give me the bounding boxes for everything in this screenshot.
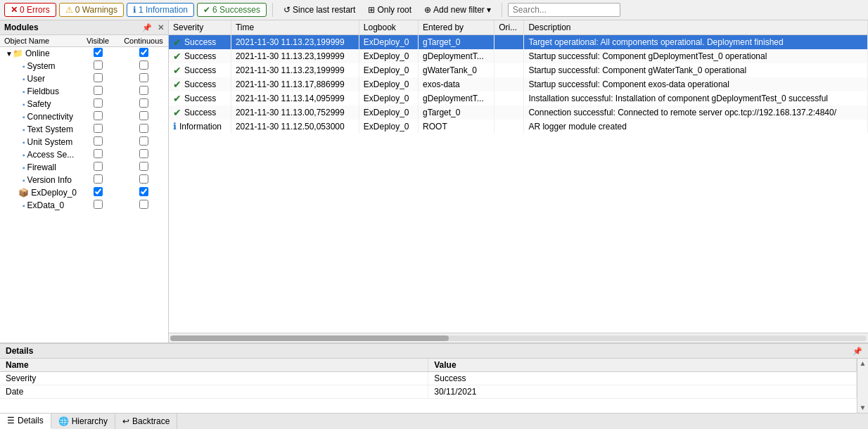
horizontal-scrollbar[interactable] xyxy=(169,333,868,342)
continuous-checkbox[interactable] xyxy=(139,124,148,133)
scroll-down-arrow[interactable]: ▼ xyxy=(860,404,867,411)
col-object-name: Object Name xyxy=(0,37,77,45)
success-icon: ✔ xyxy=(173,93,181,104)
visible-checkbox[interactable] xyxy=(94,200,103,209)
info-filter-button[interactable]: ℹ 1 Information xyxy=(127,3,194,17)
tree-item-label: ▪ Safety xyxy=(0,99,77,109)
details-header: Details 📌 xyxy=(0,344,868,359)
visible-checkbox[interactable] xyxy=(94,48,103,57)
sidebar-item-connectivity[interactable]: ▪ Connectivity xyxy=(0,110,168,123)
sidebar-item-unit-system[interactable]: ▪ Unit System xyxy=(0,136,168,148)
scroll-up-arrow[interactable]: ▲ xyxy=(860,360,867,367)
continuous-checkbox[interactable] xyxy=(139,98,148,108)
log-col-time[interactable]: Time xyxy=(231,20,359,35)
bottom-tab-backtrace[interactable]: ↩ Backtrace xyxy=(115,414,177,429)
entered-by-cell: exos-data xyxy=(419,77,494,91)
log-row[interactable]: ✔ Success2021-11-30 11.13.23,199999ExDep… xyxy=(169,63,868,77)
continuous-checkbox[interactable] xyxy=(139,174,148,184)
continuous-checkbox[interactable] xyxy=(139,111,148,120)
root-icon: ⊞ xyxy=(368,5,375,15)
severity-icon-label: ✔ Success xyxy=(173,107,216,118)
log-col-description[interactable]: Description xyxy=(524,20,868,35)
sidebar-item-safety[interactable]: ▪ Safety xyxy=(0,98,168,110)
pin-icon[interactable]: 📌 xyxy=(142,23,152,32)
sidebar-item-text-system[interactable]: ▪ Text System xyxy=(0,123,168,136)
backtrace-tab-icon: ↩ xyxy=(122,416,129,426)
time-cell: 2021-11-30 11.13.17,886999 xyxy=(231,77,359,91)
detail-name: Severity xyxy=(0,372,428,385)
sidebar-item-exdeploy-0[interactable]: 📦 ExDeploy_0 xyxy=(0,186,168,199)
sidebar-item-online[interactable]: ▼ 📁 Online xyxy=(0,47,168,60)
log-row[interactable]: ✔ Success2021-11-30 11.13.17,886999ExDep… xyxy=(169,77,868,91)
bottom-tab-hierarchy[interactable]: 🌐 Hierarchy xyxy=(51,414,115,429)
log-row[interactable]: ✔ Success2021-11-30 11.13.00,752999ExDep… xyxy=(169,105,868,120)
description-cell: Connection successful: Connected to remo… xyxy=(524,105,868,120)
toolbar-separator-1 xyxy=(272,3,273,17)
tree-item-label: ▪ Access Se... xyxy=(0,150,77,160)
warnings-filter-button[interactable]: ⚠ 0 Warnings xyxy=(59,3,124,17)
visible-checkbox[interactable] xyxy=(94,60,103,70)
sidebar-item-exdata-0[interactable]: ▪ ExData_0 xyxy=(0,199,168,212)
continuous-checkbox[interactable] xyxy=(139,48,148,57)
sidebar-item-system[interactable]: ▪ System xyxy=(0,60,168,72)
visible-checkbox[interactable] xyxy=(94,73,103,82)
visible-checkbox[interactable] xyxy=(94,136,103,146)
success-filter-button[interactable]: ✔ 6 Successes xyxy=(197,3,267,17)
log-row[interactable]: ℹ Information2021-11-30 11.12.50,053000E… xyxy=(169,120,868,133)
continuous-checkbox[interactable] xyxy=(139,60,148,70)
since-last-restart-button[interactable]: ↺ Since last restart xyxy=(279,3,360,17)
visible-checkbox[interactable] xyxy=(94,111,103,120)
log-col-ori---[interactable]: Ori... xyxy=(494,20,524,35)
details-pin-icon[interactable]: 📌 xyxy=(853,347,862,356)
visible-checkbox[interactable] xyxy=(94,124,103,133)
sidebar-item-access-se[interactable]: ▪ Access Se... xyxy=(0,148,168,161)
continuous-checkbox[interactable] xyxy=(139,187,148,196)
tree-item-label: ▼ 📁 Online xyxy=(0,49,77,58)
details-scrollbar[interactable]: ▲ ▼ xyxy=(857,359,868,413)
continuous-checkbox[interactable] xyxy=(139,73,148,82)
log-col-logbook[interactable]: Logbook xyxy=(359,20,418,35)
visible-checkbox[interactable] xyxy=(94,86,103,95)
bottom-tab-details[interactable]: ☰ Details xyxy=(0,414,51,429)
tree-item-visible xyxy=(77,124,119,135)
close-icon[interactable]: ✕ xyxy=(158,23,164,32)
visible-checkbox[interactable] xyxy=(94,162,103,171)
log-col-entered-by[interactable]: Entered by xyxy=(419,20,494,35)
continuous-checkbox[interactable] xyxy=(139,162,148,171)
errors-filter-button[interactable]: ✕ 0 Errors xyxy=(4,3,56,17)
module-icon: ▪ xyxy=(23,177,25,184)
sidebar-item-version-info[interactable]: ▪ Version Info xyxy=(0,174,168,186)
sidebar-item-fieldbus[interactable]: ▪ Fieldbus xyxy=(0,85,168,98)
continuous-checkbox[interactable] xyxy=(139,200,148,209)
add-new-filter-button[interactable]: ⊕ Add new filter ▾ xyxy=(419,3,496,17)
tree-item-visible xyxy=(77,149,119,160)
search-input[interactable] xyxy=(508,3,620,17)
log-row[interactable]: ✔ Success2021-11-30 11.13.14,095999ExDep… xyxy=(169,91,868,105)
tree-expand-arrow[interactable]: ▼ xyxy=(6,50,13,58)
log-col-severity[interactable]: Severity xyxy=(169,20,231,35)
details-body[interactable]: Name Value Severity Success Date 30/11/2… xyxy=(0,359,857,413)
module-icon: ▪ xyxy=(23,164,25,172)
sidebar-item-user[interactable]: ▪ User xyxy=(0,72,168,85)
visible-checkbox[interactable] xyxy=(94,98,103,108)
only-root-button[interactable]: ⊞ Only root xyxy=(363,3,416,17)
tree-item-label: ▪ Firewall xyxy=(0,162,77,172)
visible-checkbox[interactable] xyxy=(94,187,103,196)
log-row[interactable]: ✔ Success2021-11-30 11.13.23,199999ExDep… xyxy=(169,49,868,63)
log-table-container[interactable]: SeverityTimeLogbookEntered byOri...Descr… xyxy=(169,20,868,333)
ori-cell xyxy=(494,77,524,91)
continuous-checkbox[interactable] xyxy=(139,149,148,158)
sidebar-item-firewall[interactable]: ▪ Firewall xyxy=(0,161,168,174)
visible-checkbox[interactable] xyxy=(94,149,103,158)
scrollbar-thumb[interactable] xyxy=(170,335,449,341)
visible-checkbox[interactable] xyxy=(94,174,103,184)
details-title: Details xyxy=(6,346,33,356)
log-row[interactable]: ✔ Success2021-11-30 11.13.23,199999ExDep… xyxy=(169,35,868,50)
scrollbar-track[interactable] xyxy=(170,335,867,341)
tree-item-label: ▪ Fieldbus xyxy=(0,87,77,96)
details-table: Name Value Severity Success Date 30/11/2… xyxy=(0,359,857,399)
severity-icon-label: ✔ Success xyxy=(173,79,216,90)
time-cell: 2021-11-30 11.13.23,199999 xyxy=(231,63,359,77)
continuous-checkbox[interactable] xyxy=(139,86,148,95)
continuous-checkbox[interactable] xyxy=(139,136,148,146)
